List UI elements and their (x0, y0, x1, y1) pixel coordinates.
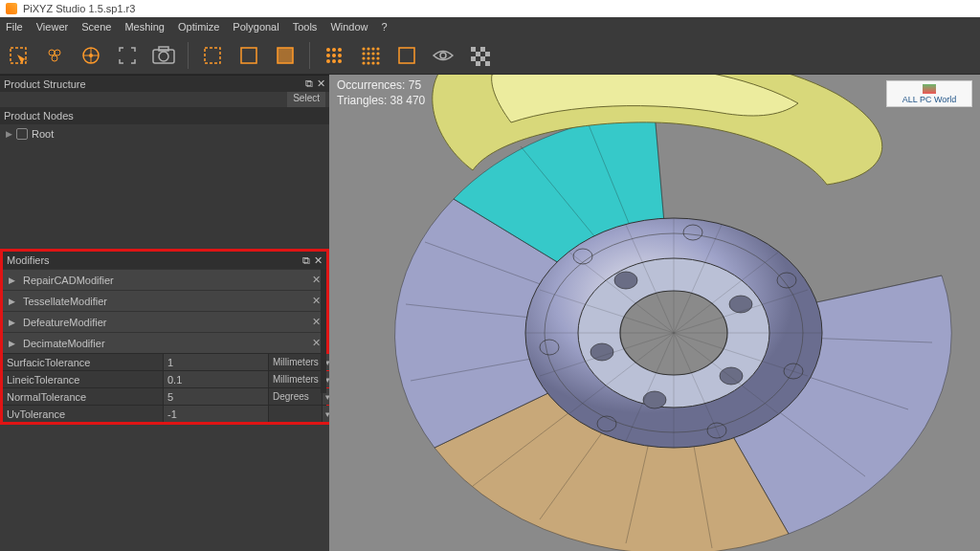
svg-rect-48 (476, 61, 480, 66)
toolbar-separator (188, 42, 189, 69)
svg-point-24 (362, 47, 365, 50)
svg-point-21 (326, 59, 330, 63)
expand-arrow-icon[interactable]: ▶ (9, 297, 15, 306)
modifiers-header: Modifiers ⧉ ✕ (3, 252, 326, 269)
modifier-item[interactable]: ▶TessellateModifier ✕ (3, 290, 326, 311)
main-toolbar (0, 36, 980, 75)
menu-scene[interactable]: Scene (81, 21, 111, 33)
scene-tree[interactable]: ▶ Root (0, 124, 329, 249)
svg-point-2 (55, 50, 60, 55)
capture-icon[interactable] (151, 43, 176, 68)
svg-point-30 (371, 52, 374, 55)
property-value[interactable]: -1 (164, 406, 269, 422)
property-unit: Millimeters (269, 371, 323, 387)
menu-window[interactable]: Window (330, 21, 368, 33)
svg-rect-10 (159, 47, 168, 51)
svg-point-34 (371, 56, 374, 59)
menu-polygonal[interactable]: Polygonal (233, 21, 278, 33)
modifier-name: DefeatureModifier (23, 317, 106, 328)
svg-rect-13 (278, 48, 293, 63)
menu-meshing[interactable]: Meshing (124, 21, 165, 33)
tree-row-root[interactable]: ▶ Root (6, 128, 323, 140)
app-logo-icon (6, 3, 17, 14)
visibility-icon[interactable] (431, 43, 456, 68)
property-unit: Degrees (269, 388, 323, 405)
grid-4x4-icon[interactable] (358, 43, 383, 68)
modifier-name: TessellateModifier (23, 296, 107, 307)
property-label: SurfacicTolerance (3, 354, 164, 370)
remove-modifier-icon[interactable]: ✕ (312, 316, 321, 328)
svg-point-41 (440, 53, 446, 58)
menu-optimize[interactable]: Optimize (178, 21, 219, 33)
remove-modifier-icon[interactable]: ✕ (312, 337, 321, 349)
svg-rect-43 (480, 47, 485, 52)
svg-point-39 (376, 61, 379, 64)
svg-rect-44 (476, 52, 480, 56)
focus-icon[interactable] (115, 43, 140, 68)
svg-rect-12 (241, 48, 256, 63)
remove-modifier-icon[interactable]: ✕ (312, 295, 321, 307)
occurrences-label: Occurrences: (337, 78, 405, 92)
svg-point-25 (367, 47, 369, 50)
wire-box-icon[interactable] (394, 43, 419, 68)
detach-panel-icon[interactable]: ⧉ (302, 254, 310, 267)
expand-arrow-icon[interactable]: ▶ (9, 339, 15, 348)
svg-point-22 (332, 59, 336, 63)
modifiers-scrollbar[interactable] (321, 269, 326, 393)
svg-point-32 (362, 56, 365, 59)
remove-modifier-icon[interactable]: ✕ (312, 274, 321, 286)
svg-point-3 (52, 55, 57, 61)
checker-icon[interactable] (467, 43, 492, 68)
modifier-item[interactable]: ▶DefeatureModifier ✕ (3, 311, 326, 332)
close-panel-icon[interactable]: ✕ (314, 254, 323, 267)
vertex-select-icon[interactable] (78, 43, 103, 68)
svg-point-71 (729, 296, 752, 313)
modifier-item[interactable]: ▶DecimateModifier ✕ (3, 332, 326, 353)
menu-bar: File Viewer Scene Meshing Optimize Polyg… (0, 17, 980, 36)
tab-select[interactable]: Select (287, 92, 325, 107)
product-structure-header: Product Structure ⧉ ✕ (0, 75, 329, 92)
title-bar: PiXYZ Studio 1.5.sp1.r3 (0, 0, 980, 17)
menu-file[interactable]: File (6, 21, 23, 33)
face-select-icon[interactable] (42, 43, 67, 68)
detach-panel-icon[interactable]: ⧉ (305, 77, 313, 90)
shaded-wire-icon[interactable] (273, 43, 298, 68)
triangles-label: Triangles: (337, 94, 387, 107)
element-select-icon[interactable] (6, 43, 31, 68)
modifiers-title: Modifiers (7, 254, 50, 266)
property-value[interactable]: 0.1 (164, 371, 269, 387)
modifier-item[interactable]: ▶RepairCADModifier ✕ (3, 269, 326, 290)
svg-rect-49 (485, 61, 490, 66)
property-value[interactable]: 1 (164, 354, 269, 370)
svg-point-35 (376, 56, 379, 59)
occurrences-value: 75 (409, 78, 421, 92)
svg-point-38 (371, 61, 374, 64)
svg-point-36 (362, 61, 365, 64)
app-title: PiXYZ Studio 1.5.sp1.r3 (23, 3, 135, 14)
property-value[interactable]: 5 (164, 388, 269, 405)
svg-rect-40 (399, 48, 414, 63)
expand-arrow-icon[interactable]: ▶ (6, 129, 12, 139)
bounds-solid-icon[interactable] (236, 43, 261, 68)
property-row: LineicTolerance 0.1 Millimeters ▾ (3, 370, 326, 387)
viewport-stats: Occurrences: 75 Triangles: 38 470 (337, 78, 425, 108)
menu-tools[interactable]: Tools (293, 21, 318, 33)
modifiers-panel-highlighted: Modifiers ⧉ ✕ ▶RepairCADModifier ✕ ▶Tess… (0, 249, 329, 425)
svg-rect-47 (480, 56, 485, 61)
close-panel-icon[interactable]: ✕ (317, 77, 325, 90)
svg-point-20 (338, 54, 342, 57)
toolbar-separator (309, 42, 310, 69)
3d-viewport[interactable]: Occurrences: 75 Triangles: 38 470 ALL PC… (329, 75, 980, 551)
bounds-dashed-icon[interactable] (200, 43, 225, 68)
expand-arrow-icon[interactable]: ▶ (9, 318, 15, 327)
menu-viewer[interactable]: Viewer (36, 21, 68, 33)
menu-help[interactable]: ? (382, 21, 388, 33)
expand-arrow-icon[interactable]: ▶ (9, 276, 15, 285)
node-icon (16, 128, 28, 140)
svg-point-75 (614, 272, 637, 289)
svg-point-28 (362, 52, 365, 55)
property-unit: Millimeters (269, 354, 323, 370)
property-label: LineicTolerance (3, 371, 164, 387)
grid-3x3-icon[interactable] (322, 43, 346, 68)
svg-point-18 (326, 54, 330, 57)
